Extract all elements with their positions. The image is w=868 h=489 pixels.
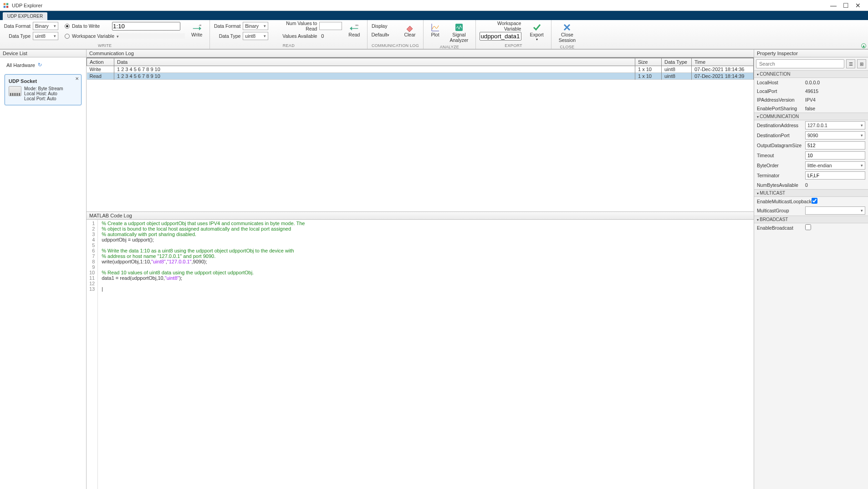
read-group-label: READ bbox=[214, 42, 363, 49]
write-button[interactable]: ..001 Write bbox=[188, 22, 206, 38]
close-session-button[interactable]: Close Session bbox=[555, 22, 579, 44]
close-group-label: CLOSE bbox=[555, 44, 579, 50]
write-icon: ..001 bbox=[192, 23, 201, 32]
all-hardware-label[interactable]: All Hardware bbox=[6, 62, 35, 68]
refresh-icon[interactable]: ↻ bbox=[38, 62, 42, 68]
app-title: UDP Explorer bbox=[12, 3, 42, 8]
write-data-format-label: Data Format bbox=[4, 23, 33, 29]
eraser-icon bbox=[405, 23, 414, 32]
prop-group-view-button[interactable]: ⊞ bbox=[857, 59, 866, 68]
close-icon bbox=[562, 23, 572, 32]
read-data-format-select[interactable]: Binary bbox=[243, 22, 268, 30]
signal-analyzer-icon bbox=[454, 23, 464, 32]
prop-group-multicast[interactable]: MULTICAST bbox=[754, 189, 868, 197]
toolbar: Data Format Binary Data Type uint8 Data … bbox=[0, 20, 868, 50]
prop-EnableBroadcast: EnableBroadcast bbox=[754, 223, 868, 232]
plot-icon bbox=[431, 23, 440, 32]
table-row[interactable]: Read1 2 3 4 5 6 7 8 9 101 x 10uint807-De… bbox=[87, 73, 754, 80]
check-icon bbox=[532, 23, 541, 32]
read-data-type-select[interactable]: uint8 bbox=[243, 32, 268, 40]
comm-log-table: Action Data Size Data Type Time Write1 2… bbox=[87, 58, 754, 80]
prop-list-view-button[interactable]: ☰ bbox=[846, 59, 855, 68]
data-to-write-input[interactable] bbox=[112, 22, 180, 31]
device-card-close[interactable]: ✕ bbox=[75, 76, 79, 81]
display-label: Display bbox=[371, 23, 389, 29]
read-icon: 100.. bbox=[350, 23, 359, 32]
property-inspector-title: Property Inspector bbox=[754, 50, 868, 57]
num-values-label: Num Values to Read bbox=[274, 21, 319, 31]
table-row[interactable]: Write1 2 3 4 5 6 7 8 9 101 x 10uint807-D… bbox=[87, 66, 754, 73]
prop-group-communication[interactable]: COMMUNICATION bbox=[754, 113, 868, 120]
display-select[interactable]: Default bbox=[371, 32, 398, 37]
read-data-type-label: Data Type bbox=[214, 33, 243, 39]
maximize-button[interactable]: ☐ bbox=[843, 2, 849, 9]
prop-EnableMulticastLoopback: EnableMulticastLoopback bbox=[754, 197, 868, 206]
prop-EnablePortSharing: EnablePortSharingfalse bbox=[754, 104, 868, 113]
tab-udp-explorer[interactable]: UDP EXPLORER bbox=[3, 12, 47, 20]
signal-analyzer-button[interactable]: Signal Analyzer bbox=[446, 22, 472, 44]
svg-text:..001: ..001 bbox=[198, 25, 201, 27]
prop-Timeout: Timeout bbox=[754, 150, 868, 160]
prop-Terminator: Terminator bbox=[754, 170, 868, 180]
read-button[interactable]: 100.. Read bbox=[345, 22, 363, 38]
prop-search-input[interactable] bbox=[756, 59, 844, 68]
device-list-panel: Device List All Hardware ↻ ✕ UDP Socket … bbox=[0, 50, 87, 489]
col-action[interactable]: Action bbox=[87, 58, 114, 66]
code-log-title: MATLAB Code Log bbox=[87, 212, 754, 220]
svg-rect-1 bbox=[6, 3, 8, 5]
ws-var-label: Workspace Variable bbox=[72, 33, 114, 39]
export-ws-input[interactable] bbox=[480, 32, 521, 41]
write-group-label: WRITE bbox=[4, 42, 206, 49]
radio-data-to-write[interactable] bbox=[65, 24, 70, 29]
prop-OutputDatagramSize: OutputDatagramSize bbox=[754, 140, 868, 150]
prop-NumBytesAvailable: NumBytesAvailable0 bbox=[754, 180, 868, 189]
col-datatype[interactable]: Data Type bbox=[662, 58, 692, 66]
radio-ws-var[interactable] bbox=[65, 34, 70, 39]
data-to-write-label: Data to Write bbox=[72, 23, 100, 29]
prop-MulticastGroup: MulticastGroup bbox=[754, 206, 868, 216]
prop-DestinationAddress: DestinationAddress127.0.0.1 bbox=[754, 120, 868, 130]
col-data[interactable]: Data bbox=[114, 58, 635, 66]
help-icon[interactable]: ▲ bbox=[861, 43, 866, 48]
prop-group-connection[interactable]: CONNECTION bbox=[754, 70, 868, 78]
values-available-value: 0 bbox=[319, 33, 324, 39]
prop-LocalHost: LocalHost0.0.0.0 bbox=[754, 78, 868, 87]
property-inspector: Property Inspector ☰ ⊞ CONNECTIONLocalHo… bbox=[754, 50, 868, 489]
svg-text:100..: 100.. bbox=[355, 25, 359, 27]
ws-var-select bbox=[117, 33, 185, 39]
write-data-type-select[interactable]: uint8 bbox=[33, 32, 58, 40]
prop-DestinationPort: DestinationPort9090 bbox=[754, 130, 868, 140]
app-icon bbox=[3, 2, 9, 9]
prop-IPAddressVersion: IPAddressVersionIPV4 bbox=[754, 95, 868, 104]
write-data-format-select[interactable]: Binary bbox=[33, 22, 58, 30]
commlog-group-label: COMMUNICATION LOG bbox=[371, 42, 419, 49]
minimize-button[interactable]: — bbox=[830, 2, 837, 9]
values-available-label: Values Available bbox=[274, 33, 319, 39]
read-data-format-label: Data Format bbox=[214, 23, 243, 29]
col-size[interactable]: Size bbox=[635, 58, 662, 66]
device-card-udp-socket[interactable]: ✕ UDP Socket Mode: Byte Stream Local Hos… bbox=[5, 74, 82, 105]
svg-rect-3 bbox=[6, 5, 8, 7]
svg-rect-6 bbox=[455, 24, 463, 31]
tab-strip: UDP EXPLORER bbox=[0, 11, 868, 20]
chip-icon bbox=[9, 86, 21, 96]
col-time[interactable]: Time bbox=[692, 58, 754, 66]
comm-log-title: Communication Log bbox=[87, 50, 754, 57]
device-list-title: Device List bbox=[0, 50, 86, 57]
analyze-group-label: ANALYZE bbox=[427, 44, 472, 50]
prop-ByteOrder: ByteOrderlittle-endian bbox=[754, 160, 868, 170]
svg-rect-2 bbox=[4, 5, 5, 7]
titlebar: UDP Explorer — ☐ ✕ bbox=[0, 0, 868, 11]
num-values-input[interactable] bbox=[319, 22, 342, 30]
prop-LocalPort: LocalPort49615 bbox=[754, 87, 868, 95]
close-button[interactable]: ✕ bbox=[855, 2, 861, 9]
plot-button[interactable]: Plot bbox=[427, 22, 444, 38]
export-ws-label: Workspace Variable bbox=[480, 21, 523, 31]
clear-button[interactable]: Clear bbox=[400, 22, 419, 38]
svg-rect-0 bbox=[4, 3, 5, 5]
code-body[interactable]: 12345678910111213 % Create a udpport obj… bbox=[87, 220, 754, 489]
prop-group-broadcast[interactable]: BROADCAST bbox=[754, 216, 868, 223]
export-group-label: EXPORT bbox=[480, 42, 547, 49]
write-data-type-label: Data Type bbox=[4, 33, 33, 39]
export-button[interactable]: Export ▾ bbox=[526, 22, 547, 42]
